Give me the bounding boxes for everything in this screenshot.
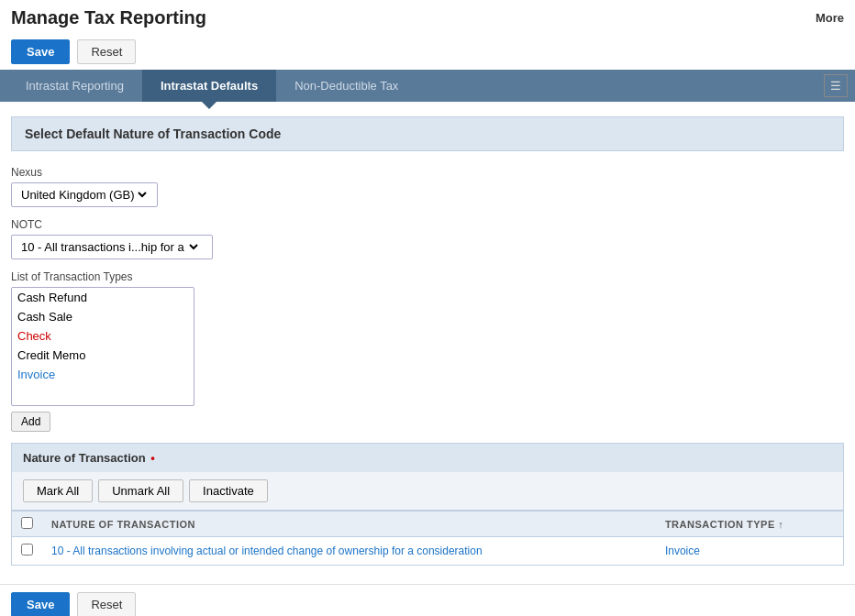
save-button-top[interactable]: Save: [11, 39, 70, 64]
transaction-type-listbox[interactable]: Cash Refund Cash Sale Check Credit Memo …: [11, 287, 194, 406]
top-toolbar: Save Reset: [0, 34, 855, 70]
page-header: Manage Tax Reporting More: [0, 0, 855, 34]
save-button-bottom[interactable]: Save: [11, 592, 70, 616]
tab-bar: Intrastat Reporting Intrastat Defaults N…: [0, 70, 855, 102]
col-type: Transaction Type ↑: [656, 512, 843, 537]
list-item[interactable]: Check: [12, 326, 194, 346]
page-title: Manage Tax Reporting: [11, 7, 206, 28]
list-item[interactable]: Credit Memo: [12, 346, 194, 365]
nexus-label: Nexus: [11, 166, 844, 179]
mark-all-button[interactable]: Mark All: [23, 479, 93, 502]
nexus-select-wrapper[interactable]: United Kingdom (GB) France (FR) Germany …: [11, 182, 158, 207]
nature-link[interactable]: 10 - All transactions involving actual o…: [51, 544, 483, 557]
nature-cell: 10 - All transactions involving actual o…: [42, 537, 656, 566]
row-checkbox[interactable]: [21, 544, 33, 556]
footer-toolbar: Save Reset: [0, 584, 855, 616]
main-content: Select Default Nature of Transaction Cod…: [0, 102, 855, 580]
list-item[interactable]: Invoice: [12, 365, 194, 384]
tab-menu-icon[interactable]: ☰: [824, 74, 848, 97]
type-cell: Invoice: [656, 537, 843, 566]
transaction-types-group: List of Transaction Types Cash Refund Ca…: [11, 270, 844, 432]
section-title: Select Default Nature of Transaction Cod…: [25, 126, 281, 141]
more-link[interactable]: More: [816, 11, 844, 25]
nature-table: Nature of Transaction Transaction Type ↑…: [12, 511, 843, 565]
listbox-container: Cash Refund Cash Sale Check Credit Memo …: [11, 287, 194, 406]
section-header: Select Default Nature of Transaction Cod…: [11, 116, 844, 151]
col-checkbox: [12, 512, 42, 537]
notc-select[interactable]: 10 - All transactions i...hip for a cons…: [17, 239, 201, 255]
nexus-group: Nexus United Kingdom (GB) France (FR) Ge…: [11, 166, 844, 207]
add-button[interactable]: Add: [11, 412, 50, 432]
select-all-checkbox[interactable]: [21, 517, 33, 529]
transaction-type-link[interactable]: Invoice: [665, 544, 700, 557]
table-section-header: Nature of Transaction •: [12, 444, 843, 472]
unmark-all-button[interactable]: Unmark All: [98, 479, 183, 502]
tab-intrastat-reporting[interactable]: Intrastat Reporting: [7, 70, 142, 102]
tab-non-deductible-tax[interactable]: Non-Deductible Tax: [276, 70, 416, 102]
table-section-title: Nature of Transaction •: [23, 451, 155, 465]
notc-select-wrapper[interactable]: 10 - All transactions i...hip for a cons…: [11, 235, 213, 259]
list-label: List of Transaction Types: [11, 270, 844, 283]
list-item[interactable]: Cash Refund: [12, 288, 194, 307]
table-header-row: Nature of Transaction Transaction Type ↑: [12, 512, 843, 537]
notc-group: NOTC 10 - All transactions i...hip for a…: [11, 218, 844, 259]
list-item[interactable]: Cash Sale: [12, 307, 194, 326]
tab-intrastat-defaults[interactable]: Intrastat Defaults: [142, 70, 276, 102]
reset-button-bottom[interactable]: Reset: [77, 592, 136, 616]
table-row: 10 - All transactions involving actual o…: [12, 537, 843, 566]
nature-of-transaction-section: Nature of Transaction • Mark All Unmark …: [11, 443, 844, 566]
nexus-select[interactable]: United Kingdom (GB) France (FR) Germany …: [17, 187, 150, 203]
inactivate-button[interactable]: Inactivate: [189, 479, 268, 502]
notc-label: NOTC: [11, 218, 844, 231]
col-nature: Nature of Transaction: [42, 512, 656, 537]
table-actions: Mark All Unmark All Inactivate: [12, 472, 843, 511]
reset-button-top[interactable]: Reset: [77, 39, 136, 64]
